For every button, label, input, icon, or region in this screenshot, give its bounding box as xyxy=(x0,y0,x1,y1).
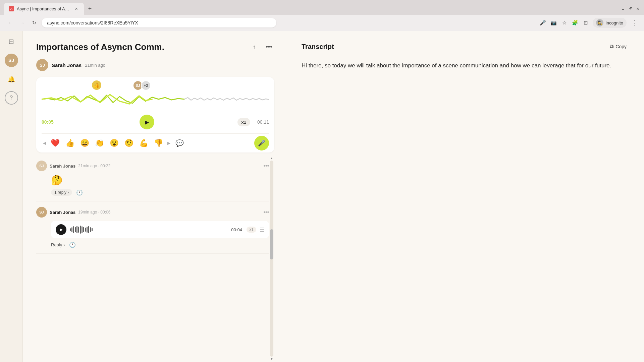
browser-menu-button[interactable]: ⋮ xyxy=(630,19,639,26)
reply-count-1[interactable]: 1 reply › xyxy=(51,189,72,196)
comment-meta-1: 21min ago · 00:22 xyxy=(78,164,110,168)
minimize-button[interactable]: 🗕 xyxy=(621,6,625,11)
scrollbar-container: ▲ ▼ xyxy=(269,155,274,362)
address-bar[interactable]: async.com/conversations/2I88ReXEu5YlYX xyxy=(42,18,276,27)
emoji-clap[interactable]: 👏 xyxy=(92,136,106,150)
app-layout: ⊟ SJ 🔔 ? Importances of Asyncn Comm. ↑ •… xyxy=(0,31,644,362)
comment-actions-1: 1 reply › 🕐 xyxy=(51,189,269,196)
audio-play-button[interactable]: ▶ xyxy=(56,224,66,235)
scroll-up-arrow[interactable]: ▲ xyxy=(270,157,273,160)
comment-item-2: SJ Sarah Jonas 19min ago · 00:06 ••• ▶ xyxy=(36,201,269,254)
conversation-title: Importances of Asyncn Comm. xyxy=(36,42,249,52)
user-avatar[interactable]: SJ xyxy=(5,54,18,67)
emoji-heart[interactable]: ❤️ xyxy=(48,136,62,150)
mic-button[interactable]: 🎤 xyxy=(254,136,269,150)
emoji-skeptical[interactable]: 🤨 xyxy=(122,136,136,150)
comment-button[interactable]: 💬 xyxy=(172,136,186,150)
audio-time: 00:04 xyxy=(231,227,243,232)
copy-button[interactable]: ⧉ Copy xyxy=(606,42,631,52)
wave-bar xyxy=(71,227,72,232)
scroll-down-arrow[interactable]: ▼ xyxy=(270,357,273,361)
comment-author-name-1: Sarah Jonas xyxy=(50,164,75,169)
sidebar-toggle-icon[interactable]: ⊟ xyxy=(5,35,18,48)
incognito-button[interactable]: 🕵 Incognito xyxy=(593,18,627,28)
emoji-smile[interactable]: 😄 xyxy=(77,136,92,150)
more-options-icon[interactable]: ••• xyxy=(264,42,274,52)
extensions-icon[interactable]: 🧩 xyxy=(571,19,579,26)
comment-header-1: SJ Sarah Jonas 21min ago · 00:22 ••• xyxy=(36,161,269,171)
comment-author-info-2: SJ Sarah Jonas 19min ago · 00:06 xyxy=(36,207,261,218)
wave-bar xyxy=(76,226,77,233)
window-controls: 🗕 🗗 ✕ xyxy=(621,6,640,11)
profile-icon[interactable]: ⊡ xyxy=(582,19,589,26)
browser-actions: 🎤 📷 ☆ 🧩 ⊡ 🕵 Incognito ⋮ xyxy=(539,18,639,28)
waveform-controls: 00:05 ▶ x1 00:11 xyxy=(42,112,269,133)
star-icon[interactable]: ☆ xyxy=(560,19,568,26)
add-reaction-icon-2[interactable]: 🕐 xyxy=(69,242,76,248)
comment-emoji-1: 🤔 xyxy=(51,175,269,186)
transcript-title: Transcript xyxy=(302,43,606,51)
url-text: async.com/conversations/2I88ReXEu5YlYX xyxy=(47,20,138,25)
emoji-flex[interactable]: 💪 xyxy=(137,136,151,150)
comment-actions-2: Reply › 🕐 xyxy=(51,242,269,248)
reply-chevron: › xyxy=(63,242,65,247)
scrollbar-track xyxy=(270,161,273,357)
tab-close-btn[interactable]: ✕ xyxy=(73,6,79,12)
emoji-thumbsdown[interactable]: 👎 xyxy=(151,136,165,150)
reply-label: Reply xyxy=(51,242,62,247)
help-icon[interactable]: ? xyxy=(5,91,18,105)
active-tab[interactable]: A Async | Importances of Asynco Co... ✕ xyxy=(4,3,84,15)
camera-off-icon[interactable]: 📷 xyxy=(550,19,557,26)
comment-body-2: ▶ xyxy=(36,221,269,248)
microphone-icon[interactable]: 🎤 xyxy=(539,19,546,26)
main-content: Importances of Asyncn Comm. ↑ ••• SJ Sar… xyxy=(23,31,644,362)
comments-scroll-wrapper: SJ Sarah Jonas 21min ago · 00:22 ••• 🤔 1… xyxy=(36,155,274,362)
comment-author-name-2: Sarah Jonas xyxy=(50,210,75,215)
back-button[interactable]: ← xyxy=(5,18,15,27)
audio-speed[interactable]: x1 xyxy=(247,227,256,233)
emoji-scroll-right[interactable]: ▶ xyxy=(166,139,172,147)
wave-bar xyxy=(80,226,81,234)
transcript-text: Hi there, so today we will talk about th… xyxy=(302,61,631,71)
tab-title: Async | Importances of Asynco Co... xyxy=(17,6,70,11)
comment-item: SJ Sarah Jonas 21min ago · 00:22 ••• 🤔 1… xyxy=(36,155,269,201)
current-time: 00:05 xyxy=(42,119,56,125)
address-bar-row: ← → ↻ async.com/conversations/2I88ReXEu5… xyxy=(0,15,644,31)
comment-more-btn-1[interactable]: ••• xyxy=(263,163,269,169)
close-window-button[interactable]: ✕ xyxy=(635,6,640,11)
emoji-surprised[interactable]: 😮 xyxy=(107,136,121,150)
author-name: Sarah Jonas xyxy=(52,62,82,68)
wave-bar xyxy=(85,228,86,232)
wave-bar xyxy=(90,227,91,232)
emoji-thumbsup[interactable]: 👍 xyxy=(63,136,77,150)
tab-favicon: A xyxy=(9,6,14,11)
comment-more-btn-2[interactable]: ••• xyxy=(263,209,269,215)
transcript-panel: Transcript ⧉ Copy Hi there, so today we … xyxy=(288,31,644,362)
author-row: SJ Sarah Jonas 21min ago xyxy=(36,59,274,71)
wave-bar xyxy=(78,227,79,233)
emoji-scroll-left[interactable]: ◀ xyxy=(42,139,47,147)
scrollbar-thumb[interactable] xyxy=(270,229,273,259)
avatar-count: +2 xyxy=(141,80,151,90)
total-time: 00:11 xyxy=(254,119,269,125)
sidebar: ⊟ SJ 🔔 ? xyxy=(0,31,23,362)
audio-transcript-icon[interactable]: ☰ xyxy=(260,227,264,233)
play-button[interactable]: ▶ xyxy=(140,115,154,129)
maximize-button[interactable]: 🗗 xyxy=(628,6,633,11)
waveform-card: 👍 SJ +2 xyxy=(36,77,274,153)
notifications-icon[interactable]: 🔔 xyxy=(5,72,18,86)
wave-bar xyxy=(75,227,76,232)
reply-button[interactable]: Reply › xyxy=(51,242,65,247)
share-icon[interactable]: ↑ xyxy=(249,42,260,52)
new-tab-button[interactable]: + xyxy=(85,4,95,13)
header-actions: ↑ ••• xyxy=(249,42,274,52)
wave-bar xyxy=(87,227,88,233)
wave-bar xyxy=(73,226,74,233)
forward-button[interactable]: → xyxy=(17,18,27,27)
conversation-panel: Importances of Asyncn Comm. ↑ ••• SJ Sar… xyxy=(23,31,288,362)
wave-bar xyxy=(70,228,71,231)
add-reaction-icon-1[interactable]: 🕐 xyxy=(76,189,83,196)
speed-button[interactable]: x1 xyxy=(237,118,250,126)
reload-button[interactable]: ↻ xyxy=(30,18,39,27)
incognito-label: Incognito xyxy=(605,20,623,25)
